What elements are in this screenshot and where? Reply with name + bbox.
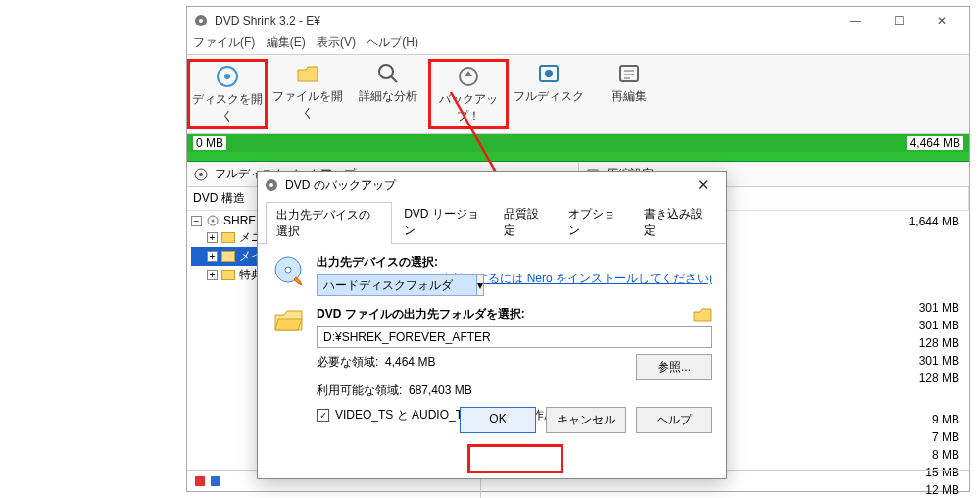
menu-help[interactable]: ヘルプ(H) [367, 35, 418, 49]
tab-device[interactable]: 出力先デバイスの選択 [266, 202, 392, 244]
disc-tiny-icon [206, 214, 220, 227]
collapse-icon[interactable]: − [191, 216, 202, 226]
open-disc-button[interactable]: ディスクを開く [187, 59, 268, 129]
chevron-down-icon[interactable]: ▾ [477, 274, 484, 296]
dialog-title-bar: DVD のバックアップ ✕ [258, 172, 726, 199]
dialog-close-button[interactable]: ✕ [685, 176, 720, 194]
video-size: 1,644 MB [891, 215, 963, 228]
video-size: 301 MB [891, 301, 963, 315]
video-size: 7 MB [891, 430, 963, 444]
svg-point-1 [199, 19, 203, 23]
svg-point-8 [545, 70, 553, 77]
reauthor-icon [616, 62, 642, 85]
ok-button[interactable]: OK [460, 407, 536, 433]
video-size: 9 MB [891, 413, 963, 426]
size-bar: 0 MB 4,464 MB [187, 134, 969, 152]
folder-icon [295, 62, 320, 85]
tool-label: 再編集 [589, 88, 669, 105]
tool-label: 詳細な分析 [348, 88, 428, 105]
dialog-tabs: 出力先デバイスの選択 DVD リージョン 品質設定 オプション 書き込み設定 [258, 201, 726, 244]
device-input[interactable] [317, 274, 477, 296]
avail-value: 687,403 MB [409, 383, 472, 397]
expand-icon[interactable]: + [207, 232, 218, 243]
progress-bar [187, 152, 969, 162]
size-right: 4,464 MB [907, 136, 963, 150]
tool-label: ファイルを開く [268, 88, 348, 122]
toolbar: ディスクを開く ファイルを開く 詳細な分析 バックアップ！ フルディスク 再編集 [187, 54, 969, 134]
maximize-button[interactable]: ☐ [877, 9, 920, 32]
svg-line-5 [391, 76, 397, 82]
video-size: 8 MB [891, 448, 963, 462]
video-size: 128 MB [891, 372, 963, 385]
window-title: DVD Shrink 3.2 - E¥ [215, 14, 834, 27]
burn-disc-icon [272, 254, 306, 287]
svg-point-14 [199, 173, 203, 176]
folder-icon [221, 251, 235, 262]
video-size: 301 MB [891, 354, 963, 368]
disc-small-icon [193, 167, 209, 182]
title-bar: DVD Shrink 3.2 - E¥ — ☐ ✕ [187, 7, 969, 34]
dialog-icon [264, 177, 279, 193]
needed-label: 必要な領域: [317, 355, 378, 369]
tab-quality[interactable]: 品質設定 [493, 201, 557, 243]
app-icon [193, 13, 209, 28]
browse-folder-icon[interactable] [693, 307, 712, 323]
magnifier-icon [375, 62, 401, 85]
minimize-button[interactable]: — [834, 9, 877, 32]
folder-open-icon [272, 306, 306, 335]
expand-icon[interactable]: + [207, 251, 218, 262]
menu-file[interactable]: ファイル(F) [193, 35, 255, 49]
needed-value: 4,464 MB [385, 355, 435, 369]
fulldisc-icon [536, 62, 562, 85]
expand-icon[interactable]: + [207, 270, 218, 280]
device-combo[interactable]: ▾ [317, 274, 429, 296]
cancel-button[interactable]: キャンセル [546, 407, 626, 433]
open-file-button[interactable]: ファイルを開く [268, 59, 348, 129]
status-blue-icon [211, 476, 220, 486]
reauthor-button[interactable]: 再編集 [589, 59, 669, 129]
video-size: 128 MB [891, 336, 963, 350]
folder-label: DVD ファイルの出力先フォルダを選択: [317, 306, 525, 323]
menu-bar: ファイル(F) 編集(E) 表示(V) ヘルプ(H) [187, 34, 969, 54]
tool-label: バックアップ！ [431, 91, 506, 124]
close-button[interactable]: ✕ [920, 9, 963, 32]
dialog-title: DVD のバックアップ [285, 177, 685, 194]
folder-icon [221, 232, 235, 243]
tool-label: フルディスク [509, 88, 589, 105]
help-button[interactable]: ヘルプ [636, 407, 712, 433]
menu-view[interactable]: 表示(V) [317, 35, 356, 49]
tool-label: ディスクを開く [190, 91, 265, 124]
tab-options[interactable]: オプション [558, 201, 632, 243]
menu-edit[interactable]: 編集(E) [267, 35, 306, 49]
annotation-ok-highlight [467, 444, 564, 473]
dialog-buttons: OK キャンセル ヘルプ [460, 407, 712, 433]
device-label: 出力先デバイスの選択: [317, 255, 438, 269]
tab-burn[interactable]: 書き込み設定 [633, 201, 717, 243]
backup-button[interactable]: バックアップ！ [428, 59, 509, 129]
folder-path-input[interactable] [317, 326, 712, 348]
disc-icon [215, 65, 240, 88]
video-size: 301 MB [891, 319, 963, 332]
full-disc-button[interactable]: フルディスク [509, 59, 589, 129]
svg-point-19 [270, 183, 273, 187]
status-red-icon [195, 476, 205, 486]
browse-button[interactable]: 参照... [636, 354, 712, 380]
backup-icon [456, 65, 481, 88]
svg-rect-9 [620, 66, 638, 81]
tab-region[interactable]: DVD リージョン [393, 201, 492, 243]
folder-icon [221, 270, 235, 280]
backup-dialog: DVD のバックアップ ✕ 出力先デバイスの選択 DVD リージョン 品質設定 … [257, 171, 727, 479]
svg-point-4 [379, 65, 393, 78]
svg-point-21 [285, 267, 291, 273]
svg-point-3 [224, 74, 230, 79]
svg-point-16 [212, 220, 215, 223]
analyze-button[interactable]: 詳細な分析 [348, 59, 428, 129]
avail-label: 利用可能な領域: [317, 383, 402, 397]
checkbox-icon: ✓ [317, 409, 329, 422]
size-left: 0 MB [193, 136, 226, 150]
